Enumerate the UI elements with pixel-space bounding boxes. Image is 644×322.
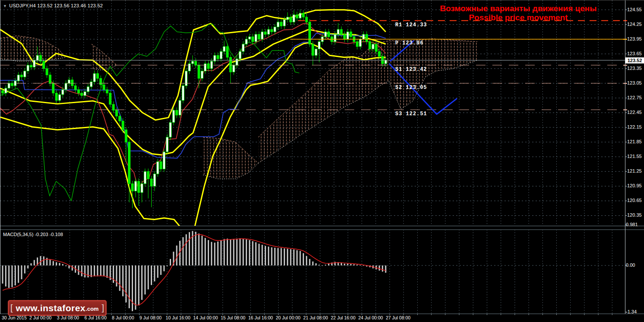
price-tick-label[interactable]: 122.15	[627, 124, 642, 129]
price-chart-canvas[interactable]	[0, 0, 644, 322]
bear-candle	[340, 29, 343, 34]
bear-candle	[369, 41, 371, 49]
bear-candle	[119, 116, 121, 121]
bull-candle	[324, 32, 327, 37]
pivot-label-s3: S3 122.51	[395, 111, 427, 117]
date-tick-label[interactable]: 10 Jul 16:00	[166, 315, 190, 320]
bear-candle	[198, 65, 200, 79]
price-tick-label[interactable]: 123.65	[627, 51, 642, 56]
bear-candle	[176, 110, 178, 115]
bull-candle	[141, 184, 143, 193]
bear-candle	[30, 65, 32, 67]
date-tick-label[interactable]: 16 Jul 16:00	[248, 315, 273, 320]
bull-candle	[220, 51, 222, 59]
bear-candle	[131, 184, 133, 191]
bull-candle	[334, 34, 336, 41]
price-tick-label[interactable]: 121.25	[627, 168, 642, 174]
date-tick-label[interactable]: 9 Jul 08:00	[140, 315, 162, 320]
instaforex-logo: [ www.instaforex .com ]	[8, 300, 107, 316]
date-tick-label[interactable]: 22 Jul 16:00	[331, 315, 355, 320]
bear-candle	[74, 86, 76, 90]
bull-candle	[5, 88, 7, 93]
bear-candle	[290, 17, 292, 22]
price-tick-label[interactable]: 123.95	[627, 36, 642, 41]
bull-candle	[24, 71, 26, 77]
bull-candle	[163, 152, 165, 169]
symbol-quote-text: USDJPY,H4 123.52 123.56 123.46 123.52	[9, 3, 103, 8]
price-tick-label[interactable]: 121.85	[627, 139, 642, 144]
current-price-badge: 123.52	[625, 57, 644, 63]
bear-candle	[106, 90, 108, 93]
bull-candle	[87, 87, 89, 92]
bear-candle	[226, 47, 228, 57]
price-tick-label[interactable]: 123.05	[627, 80, 642, 85]
price-tick-label[interactable]: 122.75	[627, 95, 642, 100]
bear-candle	[217, 55, 219, 59]
bear-candle	[264, 32, 266, 35]
bear-candle	[100, 79, 102, 85]
chart-window: ▼USDJPY,H4 123.52 123.56 123.46 123.52 В…	[0, 0, 644, 322]
date-tick-label[interactable]: 20 Jul 00:00	[276, 315, 300, 320]
bear-candle	[112, 104, 114, 110]
price-tick-label[interactable]: 123.35	[627, 66, 642, 71]
bear-candle	[138, 181, 140, 193]
bear-candle	[305, 17, 308, 22]
bear-candle	[381, 57, 384, 64]
bull-candle	[153, 174, 155, 186]
date-tick-label[interactable]: 14 Jul 00:00	[193, 315, 218, 320]
bull-candle	[236, 59, 238, 65]
bull-candle	[36, 55, 38, 60]
bull-candle	[93, 73, 95, 82]
price-tick-label[interactable]: 124.55	[627, 7, 642, 12]
bear-candle	[271, 29, 273, 32]
date-tick-label[interactable]: 27 Jul 08:00	[386, 315, 410, 320]
bear-candle	[81, 93, 83, 96]
price-tick-label[interactable]: 122.45	[627, 110, 642, 115]
date-tick-label[interactable]: 8 Jul 00:00	[112, 315, 134, 320]
macd-tick-label[interactable]: 0.981	[626, 222, 638, 227]
bear-candle	[160, 162, 162, 169]
main-panel[interactable]	[0, 0, 625, 235]
bull-candle	[277, 22, 279, 27]
bear-candle	[125, 130, 127, 142]
bull-candle	[261, 32, 263, 39]
bull-candle	[210, 61, 213, 69]
bull-candle	[315, 49, 317, 56]
macd-indicator-label: MACD(5,34,5) -0.203 -0.108	[3, 232, 63, 237]
bull-candle	[58, 95, 60, 101]
bull-candle	[248, 37, 251, 39]
date-tick-label[interactable]: 21 Jul 08:00	[303, 315, 328, 320]
ichimoku-cloud-left2	[92, 44, 117, 70]
logo-close-bracket: ]	[102, 303, 104, 313]
bull-candle	[337, 29, 339, 34]
bear-candle	[229, 57, 232, 72]
bull-candle	[90, 82, 92, 87]
bull-candle	[372, 44, 374, 49]
price-tick-label[interactable]: 120.65	[627, 198, 642, 203]
bear-candle	[312, 44, 314, 55]
bull-candle	[169, 123, 171, 137]
bull-candle	[8, 83, 10, 88]
symbol-dropdown-icon: ▼	[3, 4, 7, 8]
price-tick-label[interactable]: 120.95	[627, 183, 642, 188]
macd-tick-label[interactable]: -1.34	[626, 309, 637, 314]
bull-candle	[68, 80, 70, 83]
macd-tick-label[interactable]: 0.00	[626, 262, 635, 268]
bear-candle	[96, 73, 98, 78]
logo-text: www.instaforex	[16, 303, 86, 313]
bull-candle	[267, 29, 270, 34]
bull-candle	[27, 65, 29, 71]
date-tick-label[interactable]: 24 Jul 00:00	[358, 315, 383, 320]
bear-candle	[378, 51, 381, 56]
bear-candle	[327, 32, 330, 37]
bull-candle	[144, 171, 146, 183]
price-tick-label[interactable]: 124.25	[627, 22, 642, 27]
price-tick-label[interactable]: 121.55	[627, 154, 642, 159]
bear-candle	[309, 22, 311, 44]
ichimoku-cloud-right	[258, 39, 477, 163]
bear-candle	[77, 90, 79, 93]
date-tick-label[interactable]: 15 Jul 08:00	[221, 315, 245, 320]
price-tick-label[interactable]: 120.35	[627, 212, 642, 218]
bull-candle	[84, 92, 86, 95]
axis-separator[interactable]	[625, 0, 625, 314]
